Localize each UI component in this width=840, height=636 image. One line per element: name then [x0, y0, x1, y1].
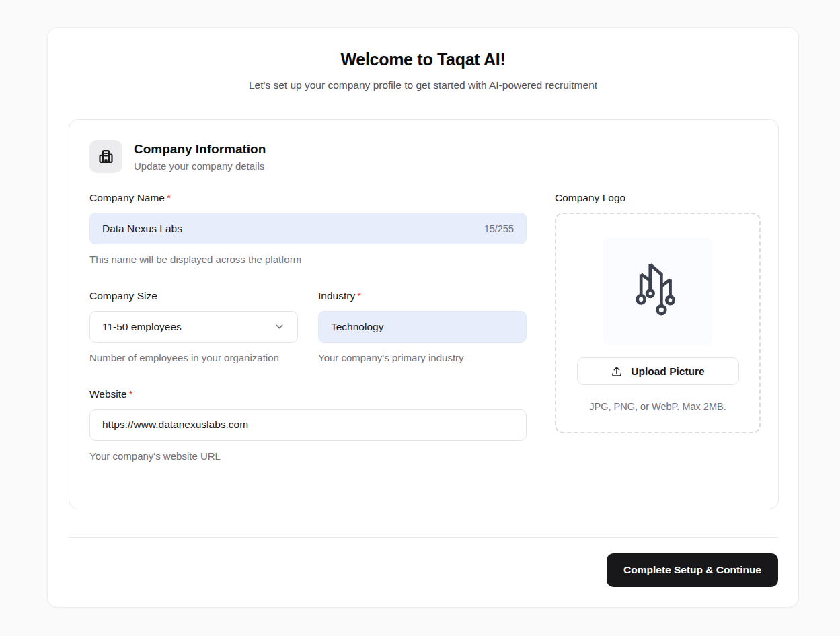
- upload-button-label: Upload Picture: [631, 365, 704, 378]
- industry-label: Industry*: [318, 290, 527, 302]
- industry-field-wrap: [318, 311, 527, 343]
- company-information-panel: Company Information Update your company …: [69, 119, 779, 509]
- logo-dropzone[interactable]: Upload Picture JPG, PNG, or WebP. Max 2M…: [555, 213, 761, 433]
- building-icon: [97, 147, 115, 166]
- required-marker: *: [167, 192, 171, 203]
- company-size-value: 11-50 employees: [102, 321, 182, 333]
- character-counter: 15/255: [484, 223, 514, 234]
- page-title: Welcome to Taqat AI!: [48, 50, 798, 69]
- website-field-wrap: [89, 409, 527, 441]
- company-name-label: Company Name*: [89, 192, 527, 204]
- company-name-input[interactable]: [102, 223, 476, 235]
- upload-picture-button[interactable]: Upload Picture: [577, 357, 739, 385]
- logo-preview: [603, 238, 712, 345]
- section-header: Company Information Update your company …: [89, 140, 758, 173]
- required-marker: *: [357, 290, 361, 302]
- website-group: Website* Your company's website URL: [89, 388, 527, 464]
- upload-icon: [611, 365, 623, 378]
- company-size-helper: Number of employees in your organization: [89, 350, 298, 365]
- upload-hint: JPG, PNG, or WebP. Max 2MB.: [589, 401, 726, 412]
- industry-helper: Your company's primary industry: [318, 350, 527, 365]
- company-name-field-wrap: 15/255: [89, 213, 527, 244]
- industry-input[interactable]: [331, 321, 514, 333]
- section-title: Company Information: [134, 142, 266, 157]
- website-input[interactable]: [102, 419, 514, 431]
- industry-group: Industry* Your company's primary industr…: [318, 290, 527, 365]
- company-size-label: Company Size: [89, 290, 298, 302]
- data-nexus-labs-logo: [614, 248, 701, 335]
- company-size-select[interactable]: 11-50 employees: [89, 311, 298, 343]
- company-logo-group: Company Logo: [555, 192, 761, 464]
- page-header: Welcome to Taqat AI! Let's set up your c…: [48, 28, 798, 92]
- required-marker: *: [129, 388, 133, 400]
- onboarding-card: Welcome to Taqat AI! Let's set up your c…: [47, 27, 799, 608]
- section-subtitle: Update your company details: [134, 160, 266, 172]
- company-logo-label: Company Logo: [555, 192, 761, 204]
- section-icon-box: [89, 140, 122, 173]
- company-size-group: Company Size 11-50 employees Number of e…: [89, 290, 298, 365]
- complete-setup-button[interactable]: Complete Setup & Continue: [607, 553, 778, 587]
- website-helper: Your company's website URL: [89, 448, 527, 464]
- company-name-group: Company Name* 15/255 This name will be d…: [89, 192, 527, 267]
- section-header-text: Company Information Update your company …: [134, 142, 266, 172]
- company-name-helper: This name will be displayed across the p…: [89, 252, 527, 267]
- footer-divider: [69, 537, 779, 538]
- website-label: Website*: [89, 388, 527, 400]
- page-subtitle: Let's set up your company profile to get…: [48, 79, 798, 92]
- chevron-down-icon: [274, 321, 285, 332]
